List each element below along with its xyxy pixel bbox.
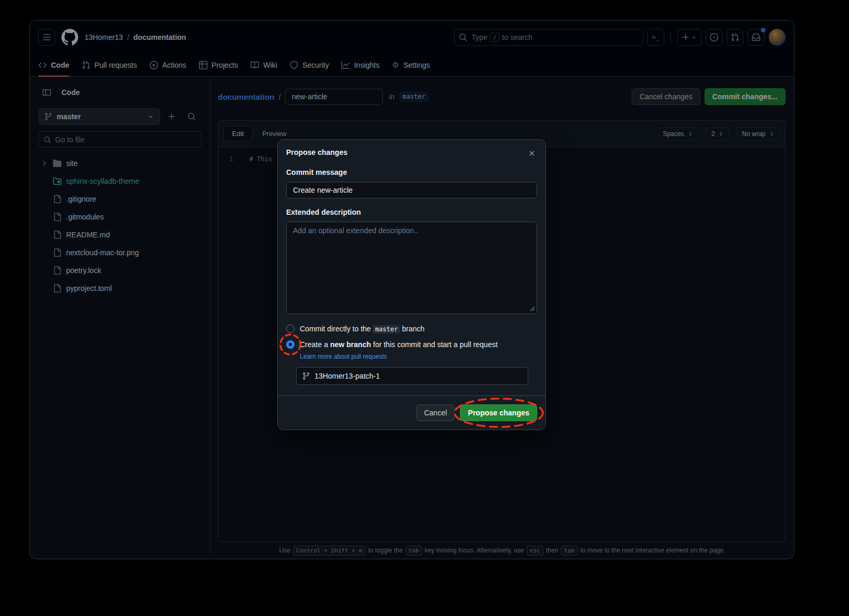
branch-code-label: master (373, 325, 400, 333)
modal-header: Propose changes (278, 140, 546, 163)
cancel-button[interactable]: Cancel (416, 404, 455, 421)
resize-grip-icon[interactable] (530, 306, 535, 311)
radio-unselected[interactable] (286, 325, 295, 333)
extended-description-textarea[interactable] (286, 222, 537, 314)
commit-message-input[interactable] (286, 182, 537, 199)
propose-changes-button[interactable]: Propose changes (460, 404, 537, 421)
commit-target-options: Commit directly to themasterbranch Creat… (286, 322, 537, 361)
create-branch-option[interactable]: Create anew branchfor this commit and st… (286, 338, 537, 351)
branch-name-input[interactable] (315, 372, 522, 380)
desktop-background: 13Homer13 / documentation Type / to sear… (0, 0, 849, 616)
propose-changes-modal: Propose changes Commit message Extended … (277, 139, 546, 430)
commit-direct-option[interactable]: Commit directly to themasterbranch (286, 322, 537, 335)
radio-selected[interactable] (286, 340, 295, 349)
close-button[interactable] (523, 145, 540, 162)
extended-description-label: Extended description (286, 207, 537, 217)
git-branch-icon (302, 372, 310, 380)
new-branch-name-field[interactable] (296, 367, 528, 385)
commit-message-label: Commit message (286, 167, 537, 178)
close-icon (528, 149, 536, 158)
modal-footer: Cancel Propose changes (278, 395, 546, 430)
modal-body: Commit message Extended description Comm… (278, 163, 546, 385)
modal-title: Propose changes (286, 148, 537, 156)
learn-more-link[interactable]: Learn more about pull requests (300, 353, 387, 360)
